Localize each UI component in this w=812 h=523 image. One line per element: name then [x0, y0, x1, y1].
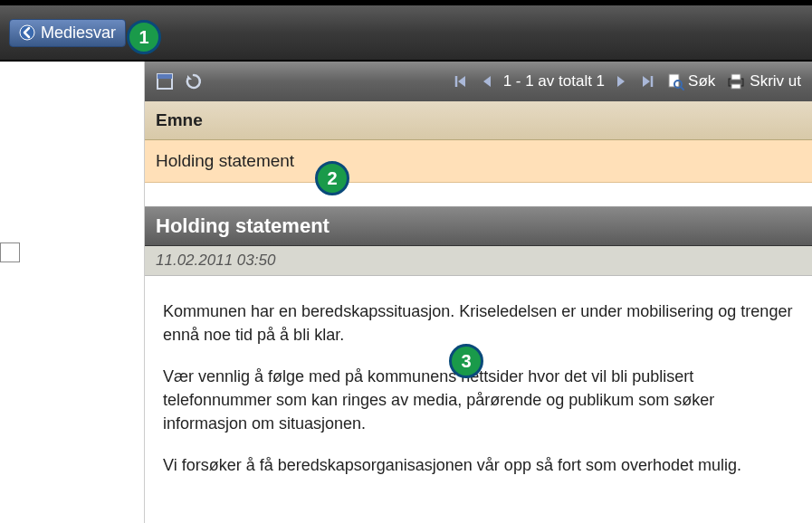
refresh-icon[interactable]	[185, 72, 203, 90]
svg-rect-2	[158, 74, 172, 79]
back-button[interactable]: Mediesvar	[9, 19, 126, 47]
back-arrow-icon	[19, 24, 35, 41]
main: 1 - 1 av totalt 1 Søk Skriv ut Emne Hold…	[145, 62, 812, 523]
search-button[interactable]: Søk	[666, 72, 715, 90]
prev-page-icon[interactable]	[480, 73, 492, 90]
detail-paragraph: Vær vennlig å følge med på kommunens net…	[163, 365, 794, 435]
print-label: Skriv ut	[750, 72, 801, 90]
print-button[interactable]: Skriv ut	[726, 72, 801, 90]
svg-point-0	[20, 25, 34, 40]
sidebar-box[interactable]	[0, 242, 20, 262]
callout-1: 1	[127, 20, 161, 54]
toolbar: 1 - 1 av totalt 1 Søk Skriv ut	[145, 62, 812, 101]
table-row[interactable]: Holding statement	[145, 140, 812, 183]
topbar: Mediesvar	[0, 0, 812, 62]
column-header-subject[interactable]: Emne	[145, 101, 812, 140]
pagination-text: 1 - 1 av totalt 1	[503, 72, 605, 90]
detail-timestamp: 11.02.2011 03:50	[145, 246, 812, 276]
search-label: Søk	[688, 72, 715, 90]
row-subject: Holding statement	[156, 151, 294, 170]
window-icon[interactable]	[156, 72, 174, 90]
svg-rect-7	[731, 84, 740, 89]
next-page-icon[interactable]	[616, 73, 628, 90]
detail-body: Kommunen har en beredskapssituasjon. Kri…	[145, 276, 812, 505]
callout-2: 2	[315, 161, 349, 195]
search-icon	[666, 72, 684, 90]
detail-title: Holding statement	[145, 206, 812, 246]
back-button-label: Mediesvar	[41, 24, 116, 43]
svg-rect-6	[731, 74, 740, 80]
last-page-icon[interactable]	[639, 73, 655, 90]
detail-paragraph: Kommunen har en beredskapssituasjon. Kri…	[163, 300, 794, 347]
detail-paragraph: Vi forsøker å få beredskapsorganisasjone…	[163, 453, 794, 477]
gap	[145, 183, 812, 206]
print-icon	[726, 72, 746, 90]
first-page-icon[interactable]	[453, 73, 469, 90]
layout: 1 - 1 av totalt 1 Søk Skriv ut Emne Hold…	[0, 62, 812, 523]
callout-3: 3	[449, 344, 483, 378]
sidebar	[0, 62, 145, 523]
